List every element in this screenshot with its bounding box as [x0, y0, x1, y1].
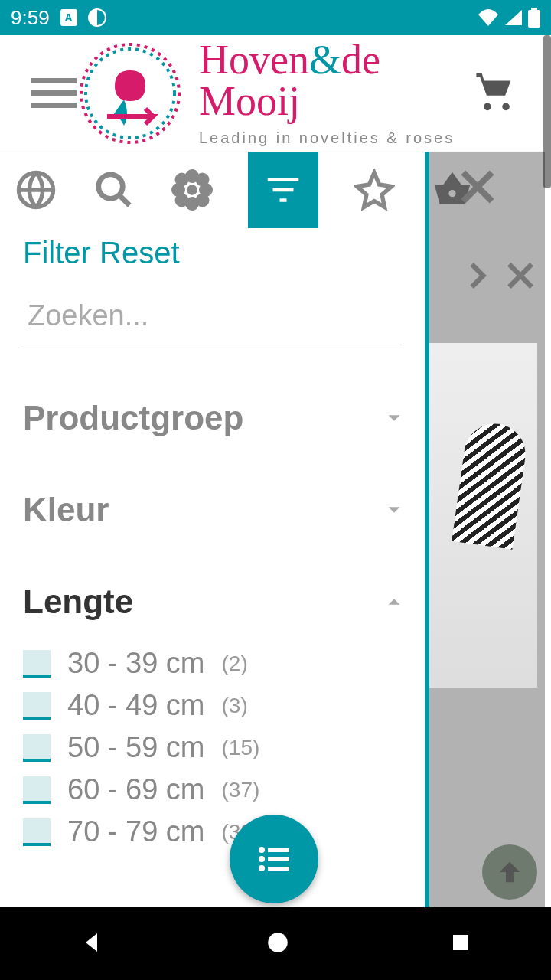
svg-point-14	[196, 194, 210, 207]
option-label: 30 - 39 cm	[67, 647, 205, 680]
facet-lengte[interactable]: Lengte	[23, 583, 406, 621]
star-icon[interactable]	[352, 168, 396, 212]
svg-point-13	[175, 194, 189, 207]
svg-point-12	[196, 173, 210, 187]
wifi-icon	[478, 8, 499, 27]
facet-title: Lengte	[23, 583, 383, 621]
filter-option[interactable]: 50 - 59 cm (15)	[23, 727, 406, 769]
checkbox[interactable]	[23, 734, 51, 762]
checkbox[interactable]	[23, 776, 51, 804]
filter-reset-link[interactable]: Filter Reset	[23, 236, 406, 270]
svg-rect-1	[531, 8, 537, 11]
svg-rect-19	[268, 858, 289, 861]
filter-option[interactable]: 40 - 49 cm (3)	[23, 684, 406, 727]
android-status-bar: 9:59 A	[0, 0, 551, 35]
svg-point-20	[259, 865, 265, 871]
home-button[interactable]	[265, 929, 291, 959]
svg-point-11	[175, 173, 189, 187]
battery-icon	[528, 8, 540, 28]
option-label: 60 - 69 cm	[67, 773, 205, 806]
option-count: (3)	[222, 694, 248, 718]
product-image	[429, 343, 537, 688]
brand-tagline: Leading in novelties & roses	[199, 129, 474, 147]
svg-point-22	[268, 933, 288, 952]
flower-icon[interactable]	[170, 168, 214, 212]
facet-title: Kleur	[23, 491, 383, 529]
filter-option[interactable]: 30 - 39 cm (2)	[23, 642, 406, 684]
option-count: (2)	[222, 652, 248, 676]
chevron-right-icon[interactable]	[461, 259, 494, 296]
list-fab-button[interactable]	[230, 815, 318, 903]
svg-point-6	[187, 185, 197, 195]
panel-divider	[425, 152, 429, 907]
option-label: 50 - 59 cm	[67, 731, 205, 764]
option-label: 70 - 79 cm	[67, 815, 205, 848]
brand-logo[interactable]: Hoven&de Mooij Leading in novelties & ro…	[77, 39, 474, 147]
android-nav-bar	[0, 907, 551, 980]
option-count: (15)	[222, 736, 260, 760]
checkbox[interactable]	[23, 818, 51, 846]
chevron-down-icon	[383, 407, 406, 430]
svg-rect-17	[268, 848, 289, 852]
checkbox[interactable]	[23, 650, 51, 678]
filter-icon[interactable]	[248, 152, 318, 228]
facet-lengte-options: 30 - 39 cm (2) 40 - 49 cm (3) 50 - 59 cm…	[23, 642, 406, 853]
svg-point-5	[99, 175, 123, 199]
globe-icon[interactable]	[14, 168, 58, 212]
clock: 9:59	[11, 6, 50, 30]
close-panel-button[interactable]	[456, 165, 499, 211]
menu-button[interactable]	[31, 78, 77, 108]
chevron-up-icon	[383, 590, 406, 613]
filter-search-input[interactable]	[23, 293, 402, 345]
facet-productgroep[interactable]: Productgroep	[23, 399, 406, 437]
facet-title: Productgroep	[23, 399, 383, 437]
back-button[interactable]	[79, 929, 106, 959]
filter-panel: Filter Reset Productgroep Kleur Lengte 3…	[0, 228, 429, 907]
svg-rect-23	[453, 935, 468, 950]
svg-rect-21	[268, 867, 289, 871]
chevron-down-icon	[383, 498, 406, 521]
checkbox[interactable]	[23, 692, 51, 720]
app-header: Hoven&de Mooij Leading in novelties & ro…	[0, 35, 551, 152]
svg-point-16	[259, 847, 265, 853]
facet-kleur[interactable]: Kleur	[23, 491, 406, 529]
recents-button[interactable]	[449, 931, 472, 957]
svg-point-18	[259, 856, 265, 862]
filter-option[interactable]: 70 - 79 cm (33)	[23, 811, 406, 853]
rose-badge-icon	[77, 40, 184, 147]
filter-option[interactable]: 60 - 69 cm (37)	[23, 769, 406, 811]
keyboard-indicator-icon: A	[60, 9, 77, 26]
option-count: (37)	[222, 778, 260, 802]
app-indicator-icon	[88, 8, 106, 27]
option-label: 40 - 49 cm	[67, 689, 205, 722]
close-icon[interactable]	[504, 259, 537, 296]
search-icon[interactable]	[92, 168, 136, 212]
cell-signal-icon	[504, 8, 523, 27]
content-backdrop	[429, 152, 545, 907]
brand-name: Hoven&de Mooij	[199, 39, 474, 122]
cart-button[interactable]	[474, 70, 520, 117]
svg-rect-0	[528, 10, 540, 28]
scroll-to-top-button[interactable]	[482, 844, 537, 900]
